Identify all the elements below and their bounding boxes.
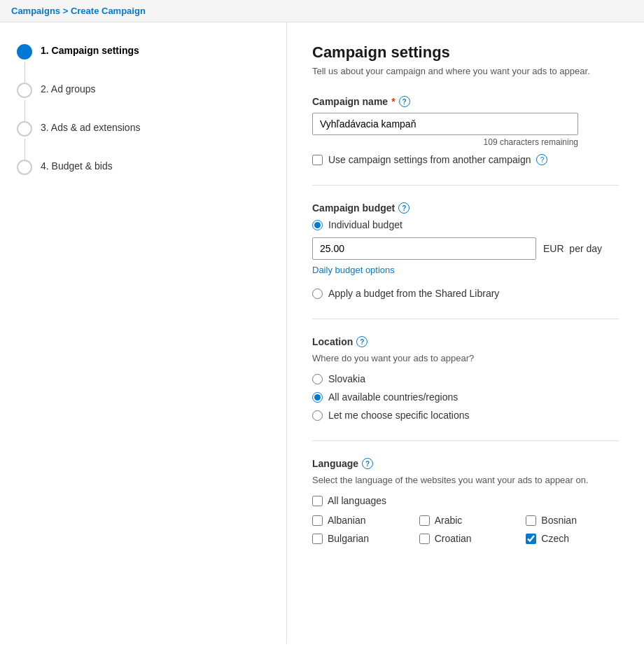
step-circle-1: [17, 44, 32, 60]
sidebar-step-3[interactable]: 3. Ads & ad extensions: [17, 120, 270, 137]
sidebar: 1. Campaign settings 2. Ad groups 3. Ads…: [0, 22, 287, 643]
location-subtitle: Where do you want your ads to appear?: [312, 353, 619, 363]
lang-bulgarian-label[interactable]: Bulgarian: [328, 533, 369, 544]
lang-croatian-row: Croatian: [419, 533, 512, 544]
use-settings-help-icon[interactable]: ?: [536, 154, 547, 165]
location-slovakia-radio[interactable]: [312, 374, 323, 384]
step-circle-3: [17, 121, 32, 137]
sidebar-label-2: 2. Ad groups: [41, 82, 96, 95]
lang-czech-row: Czech: [526, 533, 619, 544]
use-settings-label[interactable]: Use campaign settings from another campa…: [328, 154, 531, 165]
lang-czech-label[interactable]: Czech: [541, 533, 569, 544]
sidebar-step-4[interactable]: 4. Budget & bids: [17, 159, 270, 175]
location-specific-row: Let me choose specific locations: [312, 410, 619, 421]
lang-croatian-checkbox[interactable]: [419, 534, 430, 544]
all-languages-row: All languages: [312, 495, 619, 506]
language-label: Language ?: [312, 458, 619, 469]
language-section: Language ? Select the language of the we…: [312, 458, 619, 544]
campaign-budget-help-icon[interactable]: ?: [398, 202, 410, 214]
use-settings-row: Use campaign settings from another campa…: [312, 154, 619, 165]
location-slovakia-row: Slovakia: [312, 373, 619, 384]
breadcrumb-parent[interactable]: Campaigns: [11, 6, 60, 16]
location-label: Location ?: [312, 336, 619, 347]
lang-albanian-checkbox[interactable]: [312, 515, 323, 526]
campaign-budget-label: Campaign budget ?: [312, 202, 619, 214]
languages-grid: Albanian Arabic Bosnian Bulgarian: [312, 515, 619, 544]
content-area: Campaign settings Tell us about your cam…: [287, 22, 644, 643]
all-languages-label[interactable]: All languages: [328, 495, 386, 506]
lang-bulgarian-checkbox[interactable]: [312, 534, 323, 544]
divider-3: [312, 440, 619, 441]
budget-amount-input[interactable]: [312, 237, 536, 260]
sidebar-step-2[interactable]: 2. Ad groups: [17, 82, 270, 98]
individual-budget-radio[interactable]: [312, 220, 323, 230]
location-help-icon[interactable]: ?: [356, 336, 368, 347]
lang-arabic-label[interactable]: Arabic: [435, 515, 463, 526]
location-section: Location ? Where do you want your ads to…: [312, 336, 619, 421]
location-specific-radio[interactable]: [312, 410, 323, 421]
location-all-label[interactable]: All available countries/regions: [328, 391, 458, 403]
breadcrumb-current: Create Campaign: [71, 6, 146, 16]
lang-bulgarian-row: Bulgarian: [312, 533, 405, 544]
sidebar-label-4: 4. Budget & bids: [41, 159, 113, 172]
campaign-name-label: Campaign name * ?: [312, 96, 619, 107]
campaign-budget-section: Campaign budget ? Individual budget EUR …: [312, 202, 619, 299]
char-count: 109 characters remaining: [312, 137, 578, 147]
campaign-name-section: Campaign name * ? 109 characters remaini…: [312, 96, 619, 165]
campaign-name-help-icon[interactable]: ?: [399, 96, 410, 107]
lang-croatian-label[interactable]: Croatian: [435, 533, 472, 544]
individual-budget-label[interactable]: Individual budget: [328, 219, 402, 230]
lang-czech-checkbox[interactable]: [526, 534, 536, 544]
breadcrumb: Campaigns > Create Campaign: [0, 0, 644, 22]
daily-budget-options-link[interactable]: Daily budget options: [312, 265, 395, 275]
budget-input-row: EUR per day: [312, 237, 619, 260]
lang-arabic-checkbox[interactable]: [419, 515, 430, 526]
location-slovakia-label[interactable]: Slovakia: [328, 373, 365, 384]
sidebar-step-1[interactable]: 1. Campaign settings: [17, 43, 270, 60]
step-circle-2: [17, 83, 32, 98]
divider-1: [312, 185, 619, 186]
page-title: Campaign settings: [312, 43, 619, 62]
individual-budget-row: Individual budget: [312, 219, 619, 230]
use-settings-checkbox[interactable]: [312, 155, 323, 165]
shared-library-radio[interactable]: [312, 288, 323, 299]
location-all-radio[interactable]: [312, 392, 323, 403]
lang-albanian-row: Albanian: [312, 515, 405, 526]
required-star: *: [391, 96, 395, 107]
breadcrumb-separator: >: [63, 6, 69, 16]
divider-2: [312, 319, 619, 319]
location-specific-label[interactable]: Let me choose specific locations: [328, 410, 470, 421]
budget-currency: EUR per day: [543, 243, 602, 254]
location-all-row: All available countries/regions: [312, 391, 619, 403]
lang-albanian-label[interactable]: Albanian: [328, 515, 366, 526]
campaign-name-input[interactable]: [312, 113, 578, 135]
language-subtitle: Select the language of the websites you …: [312, 475, 619, 485]
lang-bosnian-label[interactable]: Bosnian: [541, 515, 577, 526]
lang-arabic-row: Arabic: [419, 515, 512, 526]
page-subtitle: Tell us about your campaign and where yo…: [312, 66, 619, 76]
shared-library-label[interactable]: Apply a budget from the Shared Library: [328, 288, 499, 299]
language-help-icon[interactable]: ?: [362, 458, 373, 469]
shared-library-row: Apply a budget from the Shared Library: [312, 288, 619, 299]
all-languages-checkbox[interactable]: [312, 496, 323, 506]
sidebar-label-1: 1. Campaign settings: [41, 43, 139, 56]
lang-bosnian-checkbox[interactable]: [526, 515, 536, 526]
lang-bosnian-row: Bosnian: [526, 515, 619, 526]
sidebar-label-3: 3. Ads & ad extensions: [41, 120, 140, 133]
step-circle-4: [17, 160, 32, 175]
